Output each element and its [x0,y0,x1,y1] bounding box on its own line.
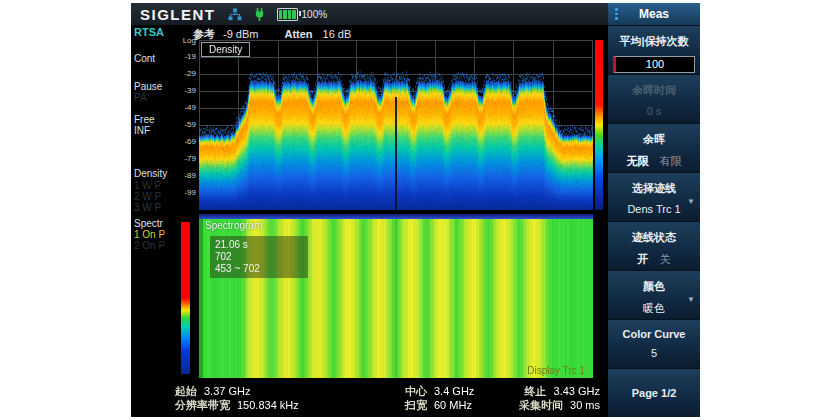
softkey-color[interactable]: 颜色 暖色 ▼ [608,271,700,319]
stop-freq-value: 3.43 GHz [554,385,600,397]
rbw-value: 150.834 kHz [237,399,299,411]
display-trace-label: Display Trc 1 [527,365,585,376]
softkey-trace-state[interactable]: 迹线状态 开 关 [608,222,700,270]
y-axis-tick: -79 [175,154,196,163]
softkey-persistence[interactable]: 余晖 无限 有限 [608,124,700,172]
density-colorbar [595,40,603,210]
density-title-badge: Density [201,42,250,57]
y-axis-tick: -89 [175,171,196,180]
chevron-down-icon: ▼ [687,197,695,206]
battery-percent: 100% [302,9,328,20]
atten-label: Atten [284,28,312,40]
center-freq-value: 3.4 GHz [434,385,474,397]
color-label: 颜色 [608,279,700,294]
persistence-option-infinite[interactable]: 无限 [626,154,648,169]
trigger-inf-label: INF [134,125,150,136]
stop-freq-label: 终止 [525,385,547,397]
spectrogram-range-readout: 453 ~ 702 [215,263,303,275]
top-system-bar: SIGLENT 100% [131,3,608,25]
avg-hold-count-label: 平均|保持次数 [608,34,700,49]
spectrogram-trace2-label: 2 On P [134,240,165,251]
start-freq-value: 3.37 GHz [204,385,250,397]
chevron-down-icon: ▼ [687,295,695,304]
mode-label: RTSA [134,26,164,38]
persistence-option-finite[interactable]: 有限 [660,154,682,169]
select-trace-label: 选择迹线 [608,181,700,196]
spectrogram-readout-overlay: 21.06 s 702 453 ~ 702 [210,236,308,278]
acq-time-value: 30 ms [570,399,600,411]
ref-level-value: -9 dBm [223,28,258,40]
trace3-state-label: 3 W P [134,202,161,213]
menu-title: Meas [639,7,669,21]
persist-time-label: 余晖时间 [608,83,700,98]
color-curve-label: Color Curve [608,328,700,340]
density-mode-label: Density [134,168,167,179]
menu-header[interactable]: Meas [608,3,700,25]
acq-time-label: 采集时间 [519,399,563,411]
y-axis-tick: -39 [175,86,196,95]
rbw-label: 分辨率带宽 [175,399,230,411]
y-axis-tick: -99 [175,188,196,197]
trace-state-label: 迹线状态 [608,230,700,245]
lan-icon [228,8,242,21]
page-label: Page 1/2 [632,387,677,399]
avg-hold-count-value[interactable]: 100 [613,56,695,73]
menu-dots-icon [615,8,618,20]
battery-icon [277,8,298,21]
softkey-menu: Meas 平均|保持次数 100 余晖时间 0 s 余晖 无限 有限 选择迹线 … [608,3,700,417]
density-canvas [199,40,593,210]
trace-state-option-on[interactable]: 开 [637,252,648,267]
spectrogram-colorbar [181,222,190,374]
status-start-group: 起始3.37 GHz 分辨率带宽150.834 kHz [175,384,299,412]
y-axis-tick: -19 [175,52,196,61]
power-plug-icon [254,8,265,21]
trace1-state-label: 1 W P [134,180,161,191]
status-stop-group: 终止3.43 GHz 采集时间30 ms [519,384,600,412]
spectrogram-mode-label: Spectr [134,218,163,229]
softkey-select-trace[interactable]: 选择迹线 Dens Trc 1 ▼ [608,173,700,221]
analyzer-screen: SIGLENT 100% RTSA 参考-9 dBmAtten16 dB Con… [131,3,700,417]
trace-state-option-off[interactable]: 关 [660,252,671,267]
sweep-cont-label: Cont [134,53,155,64]
y-axis-tick: -59 [175,120,196,129]
spectrogram-trace1-label: 1 On P [134,229,165,240]
pause-sub-label: PA [134,92,147,103]
atten-value: 16 dB [323,28,352,40]
persist-time-value: 0 s [608,105,700,117]
brand-logo: SIGLENT [140,6,216,23]
trace2-state-label: 2 W P [134,191,161,202]
trigger-free-label: Free [134,114,155,125]
spectrogram-display: Spectrogram 21.06 s 702 453 ~ 702 Displa… [199,214,593,378]
ref-level-label: 参考 [193,28,215,40]
pause-label: Pause [134,81,162,92]
softkey-page[interactable]: Page 1/2 [608,369,700,417]
status-center-group: 中心3.4 GHz 扫宽60 MHz [405,384,474,412]
spectrogram-title: Spectrogram [205,220,262,231]
density-display: Density [199,40,593,210]
page-background: { "header": { "brand": "SIGLENT", "batte… [0,0,840,420]
y-axis-tick: -29 [175,69,196,78]
frequency-status-bar: 起始3.37 GHz 分辨率带宽150.834 kHz 中心3.4 GHz 扫宽… [131,381,608,417]
color-curve-value[interactable]: 5 [608,347,700,359]
persistence-label: 余晖 [608,132,700,147]
softkey-persist-time[interactable]: 余晖时间 0 s [608,75,700,123]
start-freq-label: 起始 [175,385,197,397]
y-axis-tick: -69 [175,137,196,146]
center-freq-label: 中心 [405,385,427,397]
y-axis-log-label: Log [175,36,196,45]
span-value: 60 MHz [434,399,472,411]
spectrogram-frame-readout: 702 [215,251,303,263]
spectrogram-time-readout: 21.06 s [215,239,303,251]
y-axis-tick: -49 [175,103,196,112]
softkey-color-curve[interactable]: Color Curve 5 [608,320,700,368]
span-label: 扫宽 [405,399,427,411]
softkey-avg-hold-count[interactable]: 平均|保持次数 100 [608,26,700,74]
